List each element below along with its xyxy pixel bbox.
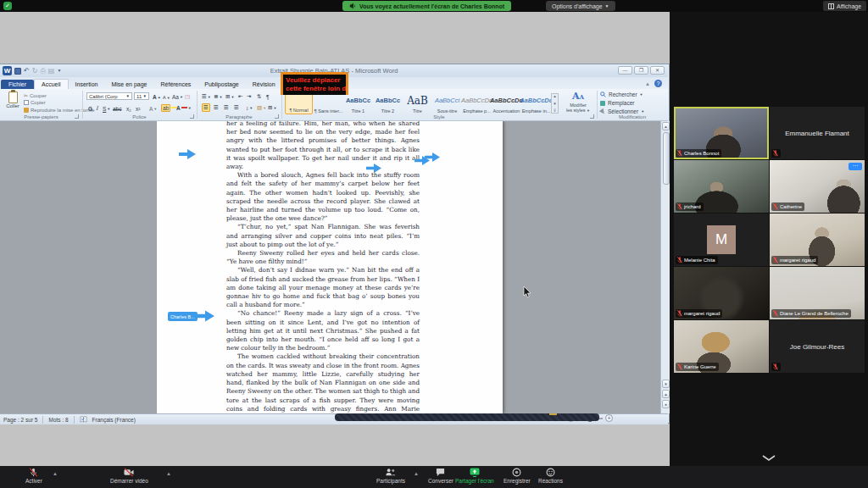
shading-button[interactable]: ▨▼ bbox=[257, 103, 266, 112]
change-styles-button[interactable]: AA Modifier les styles ▼ bbox=[563, 92, 593, 117]
clipboard-dialog-launcher[interactable] bbox=[75, 114, 79, 119]
sort-button[interactable]: ⇅ bbox=[257, 92, 261, 101]
underline-button[interactable]: S▼ bbox=[103, 104, 110, 113]
tab-references[interactable]: Références bbox=[153, 80, 198, 89]
paste-button[interactable]: Coller bbox=[4, 92, 21, 114]
security-shield-icon[interactable]: ✓ bbox=[3, 2, 12, 10]
align-center-button[interactable]: ☰ bbox=[214, 103, 219, 112]
subscript-button[interactable]: x₂ bbox=[126, 104, 131, 113]
tab-revision[interactable]: Révision bbox=[246, 80, 282, 89]
numbering-button[interactable]: ≣▼ bbox=[214, 92, 222, 101]
copy-button[interactable]: Copier bbox=[24, 100, 46, 105]
participant-tile[interactable]: Emmanuelle Flamant bbox=[770, 107, 865, 159]
font-color-button[interactable]: A▼ bbox=[176, 103, 192, 112]
participant-tile[interactable]: jrichard bbox=[674, 160, 769, 213]
word-count[interactable]: Mots : 8 bbox=[48, 417, 68, 423]
scroll-up-button[interactable]: ▲ bbox=[662, 122, 670, 130]
highlight-button[interactable]: ab bbox=[161, 103, 177, 112]
multilevel-list-button[interactable]: ⊞▼ bbox=[225, 92, 234, 101]
italic-button[interactable]: I bbox=[96, 104, 98, 113]
participant-tile[interactable]: Karine Guerre bbox=[674, 320, 769, 373]
bold-button[interactable]: G bbox=[88, 104, 92, 113]
text-effects-button[interactable]: A▼ bbox=[149, 104, 157, 113]
style-chip-emphase-intense[interactable]: AaBbCcDc Emphase in... bbox=[522, 92, 550, 114]
previous-page-button[interactable]: ▲ bbox=[662, 390, 670, 398]
display-options-button[interactable]: Options d'affichage ▼ bbox=[546, 1, 615, 11]
select-browse-button[interactable]: ● bbox=[662, 400, 670, 408]
participant-tile[interactable]: Charles Bonnot bbox=[674, 107, 769, 159]
minimize-button[interactable]: — bbox=[618, 66, 632, 75]
shrink-font-button[interactable]: A▼ bbox=[163, 93, 170, 102]
collapse-ribbon-icon[interactable]: ▲ bbox=[645, 81, 650, 86]
reactions-button[interactable]: Réactions bbox=[538, 468, 563, 484]
strikethrough-button[interactable]: abc bbox=[113, 104, 121, 113]
style-chip-sous-titre[interactable]: AaBbCci Sous-titre bbox=[433, 92, 461, 114]
line-spacing-button[interactable]: ↕▼ bbox=[246, 103, 253, 112]
replace-button[interactable]: Remplacer bbox=[600, 100, 634, 106]
participant-tile[interactable]: Joe Gilmour-Rees bbox=[770, 320, 865, 373]
start-video-button[interactable]: Démarrer vidéo bbox=[110, 468, 148, 484]
share-screen-button[interactable]: Partager l'écran bbox=[455, 468, 494, 484]
superscript-button[interactable]: x² bbox=[136, 104, 140, 113]
document-area[interactable]: her a feeling of failure. Him, her man, … bbox=[0, 121, 660, 413]
change-case-button[interactable]: Aa▼ bbox=[172, 92, 183, 101]
borders-button[interactable]: ⊞▼ bbox=[268, 103, 276, 112]
video-options-caret[interactable]: ▲ bbox=[166, 471, 171, 476]
zoom-in-button[interactable]: + bbox=[605, 414, 613, 422]
clear-format-button[interactable]: ◳ bbox=[185, 92, 190, 101]
view-button[interactable]: Affichage bbox=[823, 1, 866, 11]
tab-publipostage[interactable]: Publipostage bbox=[198, 80, 245, 89]
font-size-select[interactable]: 11▼ bbox=[134, 92, 149, 100]
paragraph-dialog-launcher[interactable] bbox=[275, 114, 279, 119]
style-chip-normal[interactable]: ¶ Normal bbox=[285, 92, 313, 114]
participant-tile[interactable]: Diane Le Grand de Belleroche bbox=[770, 267, 865, 319]
tab-accueil[interactable]: Accueil bbox=[34, 79, 69, 89]
collapse-gallery-button[interactable] bbox=[757, 452, 781, 464]
scrollbar-thumb[interactable] bbox=[663, 132, 670, 185]
style-gallery-scroll[interactable]: ▲▼⊽ bbox=[551, 93, 559, 114]
participant-tile[interactable]: margaret rigaud bbox=[770, 214, 865, 266]
style-chip-titre[interactable]: AaB Titre bbox=[403, 92, 431, 114]
participant-tile[interactable]: ⋯ Catherine bbox=[770, 160, 865, 213]
page-indicator[interactable]: Page : 2 sur 5 bbox=[3, 417, 37, 423]
justify-button[interactable]: ☰ bbox=[234, 103, 239, 112]
tab-fichier[interactable]: Fichier bbox=[1, 80, 34, 89]
close-button[interactable]: ✕ bbox=[650, 66, 665, 75]
style-dialog-launcher[interactable] bbox=[590, 114, 594, 119]
bullets-button[interactable]: ☰▼ bbox=[202, 92, 211, 101]
style-chip-titre2[interactable]: AaBbCc Titre 2 bbox=[374, 92, 402, 114]
style-chip-titre1[interactable]: AaBbCc Titre 1 bbox=[344, 92, 372, 114]
align-left-button[interactable]: ☰ bbox=[202, 103, 210, 112]
style-chip-sans-interligne[interactable]: ¶ Sans inter... bbox=[314, 92, 342, 114]
tab-insertion[interactable]: Insertion bbox=[69, 80, 105, 89]
mic-options-caret[interactable]: ▲ bbox=[53, 471, 58, 476]
language-indicator[interactable]: Français (France) bbox=[92, 417, 136, 423]
style-chip-emphase-pale[interactable]: AaBbCcDd Emphase p... bbox=[463, 92, 491, 114]
decrease-indent-button[interactable]: ⇤ bbox=[238, 92, 242, 101]
participant-tile[interactable]: M Melanie Chita bbox=[674, 214, 769, 266]
document-page[interactable]: her a feeling of failure. Him, her man, … bbox=[157, 121, 503, 413]
chat-button[interactable]: Converser bbox=[428, 468, 453, 484]
format-painter-button[interactable]: Reproduire la mise en forme bbox=[24, 108, 95, 113]
align-right-button[interactable]: ☰ bbox=[224, 103, 229, 112]
participants-options-caret[interactable]: ▲ bbox=[414, 471, 419, 476]
increase-indent-button[interactable]: ⇥ bbox=[247, 92, 251, 101]
show-marks-button[interactable]: ¶ bbox=[266, 92, 270, 101]
find-button[interactable]: Rechercher▼ bbox=[600, 92, 643, 97]
unmute-button[interactable]: Activer bbox=[25, 468, 42, 484]
proofing-icon[interactable] bbox=[80, 416, 87, 423]
vertical-scrollbar[interactable]: ▲ ▼ ▲ ● bbox=[660, 121, 670, 413]
participants-button[interactable]: Participants bbox=[376, 468, 405, 484]
grow-font-button[interactable]: A▲ bbox=[153, 92, 161, 101]
cut-button[interactable]: ✂ Couper bbox=[24, 92, 47, 98]
participant-more-button[interactable]: ⋯ bbox=[849, 163, 862, 170]
restore-button[interactable]: ❐ bbox=[634, 66, 648, 75]
select-button[interactable]: Sélectionner▼ bbox=[600, 108, 644, 114]
record-button[interactable]: Enregistrer bbox=[504, 468, 531, 484]
font-dialog-launcher[interactable] bbox=[190, 114, 194, 119]
help-icon[interactable]: ? bbox=[654, 80, 662, 87]
scroll-down-button[interactable]: ▼ bbox=[662, 380, 670, 388]
tab-mise-en-page[interactable]: Mise en page bbox=[104, 80, 153, 89]
participant-tile[interactable]: margaret rigaud bbox=[674, 267, 769, 319]
style-chip-accentuation[interactable]: AaBbCcDd Accentuation bbox=[492, 92, 520, 114]
